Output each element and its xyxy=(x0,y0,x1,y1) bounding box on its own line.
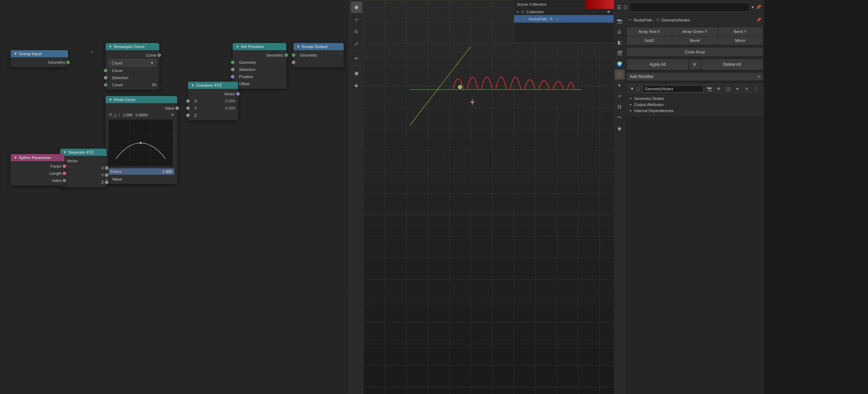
set-pos-geom-out-socket[interactable] xyxy=(285,53,288,57)
toolbar-annotate-icon[interactable]: ✏ xyxy=(351,53,362,64)
group-out-geom-socket[interactable] xyxy=(292,53,295,57)
group-input-geometry-socket[interactable] xyxy=(66,61,70,64)
set-position-header[interactable]: ▼ Set Position xyxy=(233,43,286,50)
sep-z-socket[interactable] xyxy=(105,181,108,184)
sc-eye-icon[interactable]: 👁 xyxy=(607,10,611,14)
toolbar-rotate-icon[interactable]: ↻ xyxy=(351,26,362,37)
combine-xyz-vector-socket[interactable] xyxy=(236,92,240,96)
bevel-btn[interactable]: Bevel xyxy=(672,36,717,45)
array-red-x-btn[interactable]: Array Red X xyxy=(627,27,672,36)
x-separator-btn[interactable]: ✕ xyxy=(689,59,700,69)
toolbar-view-icon[interactable]: ⊕ xyxy=(351,1,362,13)
resample-selection-socket[interactable] xyxy=(104,76,107,80)
resample-count-socket[interactable] xyxy=(104,83,107,87)
combine-y-val[interactable]: 0.000 xyxy=(225,106,235,110)
resample-count-row: Count 59 xyxy=(106,81,159,88)
resample-count-value[interactable]: 59 xyxy=(152,83,156,87)
props-render-icon[interactable]: 📷 xyxy=(615,16,625,26)
props-output-icon[interactable]: 🖨 xyxy=(615,27,625,37)
mod-close-icon[interactable]: ✕ xyxy=(743,85,750,92)
mod-menu-icon[interactable]: ⋮ xyxy=(752,85,760,92)
props-world-icon[interactable]: 🌍 xyxy=(615,59,625,69)
sep-x-socket[interactable] xyxy=(105,166,108,170)
toolbar-node-icon[interactable]: ◉ xyxy=(351,67,362,79)
resample-curve-out-socket[interactable] xyxy=(157,53,161,57)
geometry-nodes-modifier: ▼ ⬡ 📷 👁 ◫ ▾ ✕ ⋮ ▸ Geometry Nodes xyxy=(627,83,763,115)
output-attributes-section[interactable]: ▸ Output Attributes xyxy=(630,101,760,107)
mod-realtime-icon[interactable]: 👁 xyxy=(715,85,722,92)
breadcrumb-pin[interactable]: 📌 xyxy=(756,18,761,22)
sc-nurbspath-eye[interactable]: 👁 xyxy=(549,17,553,21)
section-label-1: Geometry Nodes xyxy=(634,96,664,101)
sc-nurbspath-check[interactable]: ✓ xyxy=(556,16,559,21)
geometry-nodes-section[interactable]: ▸ Geometry Nodes xyxy=(630,95,760,101)
array-green-y-btn[interactable]: Array Green Y xyxy=(672,27,717,36)
mirror-btn[interactable]: Mirror xyxy=(718,36,763,45)
combine-x-val[interactable]: 0.000 xyxy=(225,99,235,103)
bend-y-btn[interactable]: Bend Y xyxy=(718,27,763,36)
resample-curve-in-socket[interactable] xyxy=(104,69,107,72)
modifier-name-input[interactable] xyxy=(642,85,704,92)
combine-z-socket[interactable] xyxy=(186,114,190,117)
props-data-icon[interactable]: 〜 xyxy=(615,112,625,122)
toolbar-scale-icon[interactable]: ⤢ xyxy=(351,38,362,49)
add-modifier-dropdown[interactable]: Add Modifier ▾ xyxy=(627,73,763,81)
group-output-header[interactable]: ▼ Group Output xyxy=(294,43,344,50)
props-menu-icon[interactable]: ☰ xyxy=(617,4,621,10)
props-object-icon[interactable]: ⬡ xyxy=(615,69,625,80)
spline-index-socket[interactable] xyxy=(63,179,66,182)
combine-y-socket[interactable] xyxy=(186,106,190,110)
mod-camera-icon[interactable]: 📷 xyxy=(706,85,713,92)
toolbar-move-icon[interactable]: ⊹ xyxy=(351,14,362,25)
spline-param-header[interactable]: ▼ Spline Parameter xyxy=(11,154,64,161)
props-pin-icon[interactable]: 📌 xyxy=(756,5,761,10)
spline-length-socket[interactable] xyxy=(63,172,66,175)
props-constraints-icon[interactable]: ⛓ xyxy=(615,102,625,112)
mod-render-icon[interactable]: ◫ xyxy=(724,85,732,92)
modifier-sections: ▸ Geometry Nodes ▸ Output Attributes ▸ I… xyxy=(627,94,762,115)
mod-dropdown-icon[interactable]: ▾ xyxy=(734,85,741,92)
sc-nurbspath-row[interactable]: 〜 NurbsPath 👁 ✓ xyxy=(514,15,614,23)
mod-collapse-icon[interactable]: ▼ xyxy=(630,86,634,91)
sep-x-label: X xyxy=(63,166,104,170)
group-out-extra-socket[interactable] xyxy=(292,61,295,64)
apply-all-btn[interactable]: Apply All xyxy=(627,59,688,70)
reset-icon[interactable]: ↺ xyxy=(108,112,112,117)
props-view-icon[interactable]: ◫ xyxy=(624,5,627,10)
sep-y-socket[interactable] xyxy=(105,173,108,177)
close-icon[interactable]: ✕ xyxy=(171,112,174,117)
props-particles-icon[interactable]: ✦ xyxy=(615,80,625,90)
props-material-icon[interactable]: ◉ xyxy=(615,123,625,133)
set-pos-sel-socket[interactable] xyxy=(231,68,234,71)
group-input-header[interactable]: ▼ Group Input xyxy=(11,50,68,57)
resample-curve-header[interactable]: ▼ Resample Curve xyxy=(106,43,159,50)
float-curve-header[interactable]: ▼ Float Curve xyxy=(106,96,177,103)
props-search-input[interactable] xyxy=(630,3,750,12)
combine-x-socket[interactable] xyxy=(186,99,190,103)
internal-dependencies-section[interactable]: ▸ Internal Dependencies xyxy=(630,107,760,114)
float-curve-graph[interactable] xyxy=(108,120,173,166)
zoom-icon[interactable]: △ xyxy=(113,112,117,117)
float-curve-out-socket[interactable] xyxy=(175,106,179,110)
sc-collection-row[interactable]: ▸ ◻ Collection 👁 xyxy=(514,8,614,15)
tools-icon[interactable]: ⟊ xyxy=(118,112,121,117)
props-search-dropdown[interactable]: ▾ xyxy=(752,5,754,10)
props-scene-icon[interactable]: 🎬 xyxy=(615,48,625,58)
circle-array-btn[interactable]: Circle Array xyxy=(627,48,763,56)
set-pos-position-socket[interactable] xyxy=(231,75,234,78)
toolbar-display-icon[interactable]: ◈ xyxy=(351,80,362,91)
breadcrumb-item2[interactable]: GeometryNodes xyxy=(661,18,690,22)
delete-all-btn[interactable]: Delete All xyxy=(701,59,763,70)
resample-curve-mode-dropdown[interactable]: Count ▾ xyxy=(108,59,156,66)
props-view-layer-icon[interactable]: ◧ xyxy=(615,37,625,47)
set-pos-geom-in-socket[interactable] xyxy=(231,61,234,64)
v1-display[interactable]: 1.000 xyxy=(123,113,133,117)
breadcrumb-item1[interactable]: NurbsPath xyxy=(634,18,652,22)
separate-xyz-header[interactable]: ▼ Separate XYZ xyxy=(60,149,107,156)
props-physics-icon[interactable]: ⚛ xyxy=(615,91,625,101)
factor-value[interactable]: 1.000 xyxy=(162,169,172,174)
v2-display[interactable]: 0.0000 xyxy=(136,113,148,117)
spline-factor-socket[interactable] xyxy=(63,164,66,168)
subd-btn[interactable]: SubD xyxy=(627,36,672,45)
combine-xyz-header[interactable]: ▼ Combine XYZ xyxy=(188,82,238,89)
